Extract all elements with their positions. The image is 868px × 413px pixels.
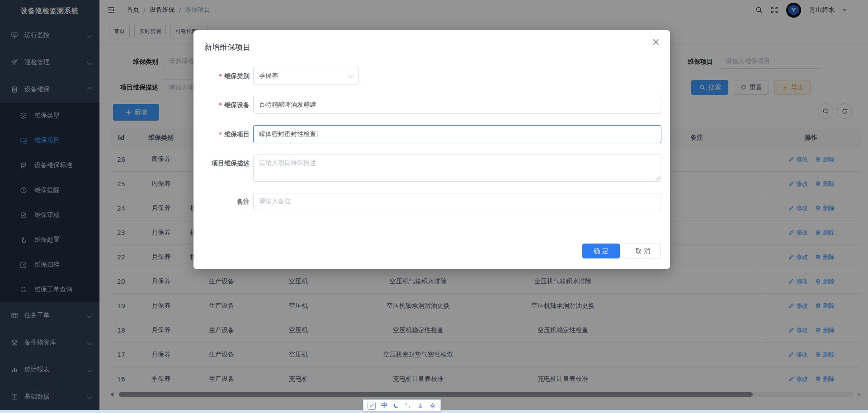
- desc-textarea[interactable]: 请输入项目维保描述: [253, 155, 661, 182]
- field-remark-label: 备注: [193, 193, 250, 210]
- field-desc-label: 项目维保描述: [193, 155, 250, 172]
- add-project-dialog: 新增维保项目 ✕ 维保类别 季保养 维保设备 百特精酿啤酒发酵罐 维保项目 罐体…: [193, 30, 670, 269]
- chinese-mode-icon[interactable]: 中: [381, 402, 388, 409]
- ime-toolbar: 中°，: [363, 399, 441, 412]
- settings-gear-icon[interactable]: [429, 402, 436, 409]
- dark-mode-icon[interactable]: [393, 402, 400, 409]
- text-cursor: [317, 131, 317, 138]
- cancel-button[interactable]: 取 消: [625, 244, 661, 258]
- user-icon[interactable]: [417, 402, 424, 409]
- field-equipment-label: 维保设备: [193, 96, 250, 114]
- field-project-label: 维保项目: [193, 125, 250, 143]
- remark-input[interactable]: 请输入备注: [253, 193, 661, 210]
- punctuation-icon[interactable]: °，: [405, 402, 412, 409]
- equipment-input[interactable]: 百特精酿啤酒发酵罐: [253, 96, 661, 114]
- handwriting-icon[interactable]: [368, 402, 376, 410]
- chevron-down-icon: [348, 72, 354, 78]
- confirm-button[interactable]: 确 定: [582, 244, 620, 258]
- category-select[interactable]: 季保养: [253, 67, 359, 85]
- app-root: 设备巡检监测系统 运行监控巡检管理设备维保维保类型维保项目设备维保标准维保提醒维…: [0, 0, 868, 413]
- field-category-label: 维保类别: [193, 67, 250, 85]
- dialog-title: 新增维保项目: [204, 42, 250, 52]
- close-icon[interactable]: ✕: [652, 38, 660, 47]
- resize-grip-icon[interactable]: [656, 176, 660, 180]
- project-input[interactable]: 罐体密封密封性检查: [253, 125, 661, 143]
